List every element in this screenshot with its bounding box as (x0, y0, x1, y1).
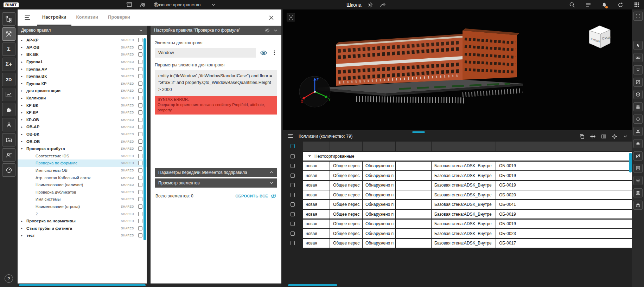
tree-item-checkbox[interactable] (138, 161, 142, 165)
tree-item[interactable]: ▸ тест SHARED (18, 232, 147, 239)
measure-ruler-icon[interactable] (633, 53, 643, 62)
tree-item[interactable]: Атр. состав Кабельный лоток SHARED (18, 174, 147, 181)
viewport-canvas[interactable]: Слева Сзади X Y Z (283, 9, 632, 130)
tree-item-checkbox[interactable] (138, 96, 142, 100)
tree-item-checkbox[interactable] (138, 204, 142, 209)
share-icon[interactable] (379, 1, 387, 9)
tab[interactable]: Проверки (103, 9, 135, 26)
collisions-menu-icon[interactable] (287, 133, 294, 140)
sum-plus-button[interactable]: Σ+ (2, 58, 15, 71)
tree-item[interactable]: Наименование (строка) SHARED (18, 203, 147, 210)
chevron-down-icon[interactable] (273, 28, 278, 33)
tree-item[interactable]: Имя системы ОВ SHARED (18, 167, 147, 174)
transfer-params-header[interactable]: Параметры передачи элементов подправила (155, 168, 277, 177)
archive-icon[interactable] (125, 1, 133, 9)
tree-item[interactable]: ▸ Коллизии SHARED (18, 94, 147, 102)
viewport-settings-icon[interactable] (633, 176, 643, 185)
column-header[interactable] (363, 142, 395, 151)
row-checkbox[interactable] (291, 202, 295, 207)
tree-item-checkbox[interactable] (138, 146, 142, 151)
close-icon[interactable] (267, 14, 275, 21)
collision-row[interactable]: новая Общее перес Обнаружено п Базовая с… (283, 210, 632, 218)
menu-list-icon[interactable] (584, 1, 592, 9)
tree-item-checkbox[interactable] (138, 118, 142, 122)
target-point-icon[interactable] (633, 115, 643, 124)
column-header[interactable] (496, 142, 632, 151)
section-box-icon[interactable] (633, 90, 643, 99)
tab[interactable]: Настройки (37, 9, 71, 26)
workspace-selector[interactable]: Базовое пространство (155, 2, 216, 7)
section-plane-icon[interactable] (633, 78, 643, 87)
hide-eye-off-icon[interactable] (633, 151, 643, 161)
copy-icon[interactable] (579, 134, 585, 139)
collision-row[interactable]: новая Общее перес Обнаружено п Базовая с… (283, 162, 632, 170)
tree-item-checkbox[interactable] (138, 233, 142, 237)
tree-item[interactable]: ▸ ВК-ВК SHARED (18, 51, 147, 58)
row-checkbox[interactable] (291, 183, 295, 187)
tree-item-checkbox[interactable] (138, 139, 142, 144)
tree-item-checkbox[interactable] (138, 176, 142, 180)
row-checkbox[interactable] (291, 174, 295, 178)
help-button[interactable]: ? (5, 274, 13, 283)
select-all-checkbox[interactable] (291, 144, 295, 148)
tree-item-checkbox[interactable] (138, 60, 142, 64)
dashboard-button[interactable] (2, 163, 15, 177)
tree-item[interactable]: ▾ Проверка атрибута SHARED (18, 145, 147, 152)
tree-item[interactable]: Наименование (наличие) SHARED (18, 181, 147, 189)
tree-item[interactable]: ▸ Группа КР SHARED (18, 80, 147, 87)
tree-item[interactable]: ▸ ОВ-ОВ SHARED (18, 138, 147, 145)
collision-row[interactable]: новая Общее перес Обнаружено п Базовая с… (283, 171, 632, 180)
column-header[interactable] (432, 142, 496, 151)
fit-view-icon[interactable] (633, 12, 643, 21)
graphs-button[interactable] (2, 88, 15, 101)
search-icon[interactable] (568, 1, 576, 9)
tree-item[interactable]: ▸ Группа АР SHARED (18, 65, 147, 73)
tree-item[interactable]: Имя системы SHARED (18, 196, 147, 203)
column-header[interactable] (303, 142, 330, 151)
chevron-down-icon[interactable] (139, 28, 143, 33)
tree-item[interactable]: Соответствие IDS SHARED (18, 152, 147, 160)
elements-preview-header[interactable]: Просмотр элементов (155, 178, 277, 188)
table-settings-gear-icon[interactable] (612, 134, 617, 139)
tree-item[interactable]: ▸ ОВ-ВК SHARED (18, 131, 147, 138)
clash-detection-button[interactable] (2, 27, 15, 41)
tree-item-checkbox[interactable] (138, 132, 142, 136)
row-checkbox[interactable] (291, 231, 295, 236)
shared-folder-button[interactable] (2, 133, 15, 146)
isolate-box-icon[interactable] (633, 164, 643, 173)
add-user-button[interactable] (2, 148, 15, 162)
tree-horizontal-scrollbar[interactable] (19, 284, 146, 286)
rule-settings-header[interactable]: Настройка правила "Проверка по формуле" (151, 26, 281, 35)
reset-all-button[interactable]: СБРОСИТЬ ВСЁ (235, 193, 276, 199)
tree-item-checkbox[interactable] (138, 52, 142, 57)
tree-item[interactable]: Проверка по формуле SHARED (18, 159, 147, 167)
collision-row[interactable]: новая Общее перес Обнаружено п Базовая с… (283, 190, 632, 199)
row-checkbox[interactable] (291, 212, 295, 216)
tree-item-checkbox[interactable] (138, 226, 142, 230)
apps-grid-icon[interactable] (633, 1, 640, 9)
rule-tree-header[interactable]: Дерево правил (18, 26, 147, 35)
tree-item-checkbox[interactable] (138, 219, 142, 223)
tree-item[interactable]: ▸ КР-ВК SHARED (18, 102, 147, 109)
collapse-arrow-icon[interactable] (308, 154, 312, 158)
tree-item-checkbox[interactable] (138, 45, 142, 50)
panel-menu-icon[interactable] (24, 14, 31, 21)
column-header[interactable] (396, 142, 431, 151)
collapse-panel-chevron-icon[interactable] (623, 134, 628, 139)
layers-icon[interactable] (633, 201, 643, 210)
tree-item-checkbox[interactable] (138, 154, 142, 158)
select-cursor-icon[interactable] (633, 41, 643, 50)
tree-item-checkbox[interactable] (138, 197, 142, 201)
collisions-horizontal-scrollbar[interactable] (288, 284, 337, 286)
tree-item[interactable]: ▸ Группа1 SHARED (18, 58, 147, 66)
row-checkbox[interactable] (291, 193, 295, 197)
team-icon[interactable] (139, 1, 146, 9)
navigation-cube[interactable]: Слева Сзади (586, 22, 614, 52)
tree-item[interactable]: ▸ ОВ-АР SHARED (18, 123, 147, 131)
tree-item-checkbox[interactable] (138, 125, 142, 129)
collision-row[interactable]: новая Общее перес Обнаружено п Базовая с… (283, 239, 632, 248)
group-row[interactable]: Неотсортированные (283, 152, 632, 161)
tree-item[interactable]: Проверка дубликатов SHARED (18, 188, 147, 196)
tree-item-checkbox[interactable] (138, 190, 142, 194)
project-settings-gear-icon[interactable] (366, 1, 374, 9)
